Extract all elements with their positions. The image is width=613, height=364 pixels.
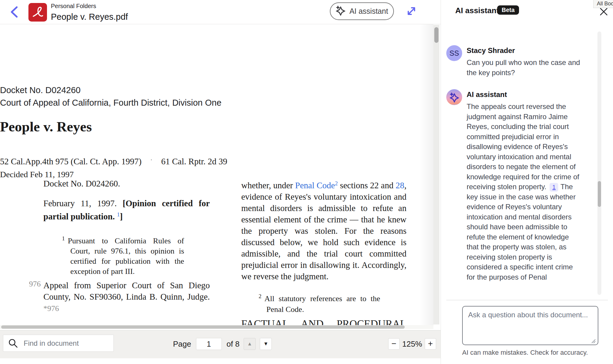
ai-text: The key issue in the case was whether ev…: [467, 183, 576, 281]
chat-history[interactable]: SS Stacy Shrader Can you pull who won th…: [441, 39, 597, 293]
section-28-link[interactable]: 28: [396, 181, 404, 190]
zoom-level: 125%: [400, 339, 425, 349]
chevron-left-icon: [8, 16, 22, 20]
acrobat-pdf-icon: [28, 3, 47, 22]
doc-left-column: Docket No. D024260. February 11, 1997. […: [43, 178, 210, 326]
app-header: Personal Folders People v. Reyes.pdf AI …: [0, 0, 441, 24]
zoom-out-button[interactable]: −: [388, 338, 400, 350]
previous-page-button[interactable]: ▲: [244, 338, 256, 350]
ai-text: The appeals court reversed the judgment …: [467, 102, 579, 191]
back-button[interactable]: [8, 5, 22, 19]
triangle-up-icon: ▲: [247, 341, 252, 347]
ai-assistant-panel: AI assistant Beta SS Stacy Shrader Can y…: [441, 0, 613, 364]
doc-text: , evidence of Reyes's voluntary intoxica…: [241, 181, 406, 281]
doc-text: February 11, 1997.: [43, 198, 123, 208]
doc-text: Appeal from Superior Court of San Diego …: [43, 280, 210, 301]
clipped-tooltip: All Boo: [593, 0, 613, 8]
doc-text: sections 22 and: [338, 181, 395, 190]
ai-assistant-button-label: AI assistant: [349, 7, 388, 16]
magnifier-icon: [8, 338, 18, 348]
ai-message: AI assistant The appeals court reversed …: [467, 90, 581, 282]
page-marker: *976: [43, 304, 59, 313]
citation-right: 61 Cal. Rptr. 2d 39: [161, 157, 227, 166]
ai-avatar: [446, 89, 462, 105]
expand-diagonal-icon: [405, 14, 418, 18]
penal-code-link[interactable]: Penal Code: [295, 181, 335, 190]
page-total: of 8: [227, 339, 239, 349]
doc-footnote-1: 1Pursuant to California Rules of Court, …: [62, 233, 184, 277]
page-controls: Page of 8 ▲ ▼: [173, 338, 272, 350]
user-message-text: Can you pull who won the case and the ke…: [467, 57, 581, 78]
doc-text: whether, under: [241, 181, 295, 190]
footnote-marker: 1: [62, 235, 65, 242]
doc-paragraph: Appeal from Superior Court of San Diego …: [43, 280, 210, 314]
find-input[interactable]: [24, 339, 116, 348]
citation-chip[interactable]: 1: [550, 183, 558, 192]
footnote-text: Pursuant to California Rules of Court, r…: [68, 236, 184, 276]
doc-right-column: whether, under Penal Code2 sections 22 a…: [241, 178, 406, 326]
doc-paragraph: whether, under Penal Code2 sections 22 a…: [241, 178, 406, 282]
doc-bold-text: ]: [120, 212, 123, 221]
doc-docket-line: Docket No. D024260: [0, 85, 433, 95]
ask-question-input[interactable]: [462, 306, 598, 345]
next-page-button[interactable]: ▼: [260, 338, 272, 350]
doc-paragraph: February 11, 1997. [Opinion certified fo…: [43, 198, 210, 222]
ai-assistant-button[interactable]: AI assistant: [330, 2, 394, 20]
doc-court-line: Court of Appeal of California, Fourth Di…: [0, 98, 433, 108]
footnote-1-link[interactable]: 1: [117, 211, 120, 218]
zoom-in-button[interactable]: +: [425, 338, 436, 350]
user-message: SS Stacy Shrader Can you pull who won th…: [467, 46, 581, 78]
user-name: Stacy Shrader: [467, 46, 581, 55]
user-avatar: SS: [446, 45, 462, 61]
citation-separator: ·: [151, 157, 152, 163]
document-horizontal-scrollbar[interactable]: [0, 325, 433, 329]
page-number-input[interactable]: [196, 338, 222, 350]
ai-sparkle-icon: [336, 5, 346, 18]
panel-title: AI assistant: [455, 6, 499, 15]
chat-scrollbar[interactable]: [597, 31, 601, 295]
footnote-text: All statutory references are to the Pena…: [265, 294, 380, 314]
citation-left: 52 Cal.App.4th 975 (Cal. Ct. App. 1997): [0, 157, 142, 166]
horizontal-scrollbar-thumb[interactable]: [1, 325, 405, 329]
ai-disclaimer: AI can make mistakes. Check for accuracy…: [462, 349, 588, 357]
doc-case-title: People v. Reyes: [0, 119, 433, 135]
expand-panel-button[interactable]: [405, 4, 418, 19]
bottom-toolbar: Page of 8 ▲ ▼ − 125% +: [0, 330, 441, 358]
panel-divider: [446, 300, 608, 300]
close-x-icon: [599, 13, 608, 17]
file-title: People v. Reyes.pdf: [51, 12, 128, 22]
breadcrumb[interactable]: Personal Folders: [51, 3, 96, 10]
footnote-2-link[interactable]: 2: [335, 180, 338, 186]
page-label: Page: [173, 339, 191, 349]
doc-paragraph: Docket No. D024260.: [43, 178, 210, 189]
ai-message-text: The appeals court reversed the judgment …: [467, 101, 581, 282]
ai-name: AI assistant: [467, 90, 581, 99]
triangle-down-icon: ▼: [263, 341, 268, 347]
ai-sparkle-icon: [449, 92, 459, 103]
find-in-document-box[interactable]: [3, 335, 114, 352]
zoom-controls: − 125% +: [388, 338, 436, 350]
document-vertical-scrollbar[interactable]: [433, 25, 439, 324]
doc-footnote-2: 2All statutory references are to the Pen…: [259, 291, 380, 315]
margin-page-number: 976: [29, 280, 41, 289]
pdf-viewer-app: Personal Folders People v. Reyes.pdf AI …: [0, 0, 613, 364]
beta-badge: Beta: [497, 5, 519, 15]
document-viewer: Docket No. D024260 Court of Appeal of Ca…: [0, 24, 433, 326]
doc-section-heading: FACTUAL AND PROCEDURAL: [241, 318, 406, 326]
footnote-marker: 2: [259, 293, 262, 299]
close-panel-button[interactable]: [599, 7, 609, 17]
chat-scrollbar-thumb[interactable]: [598, 181, 601, 207]
doc-citation-line: 52 Cal.App.4th 975 (Cal. Ct. App. 1997)·…: [0, 157, 433, 166]
vertical-scrollbar-thumb[interactable]: [434, 27, 438, 43]
